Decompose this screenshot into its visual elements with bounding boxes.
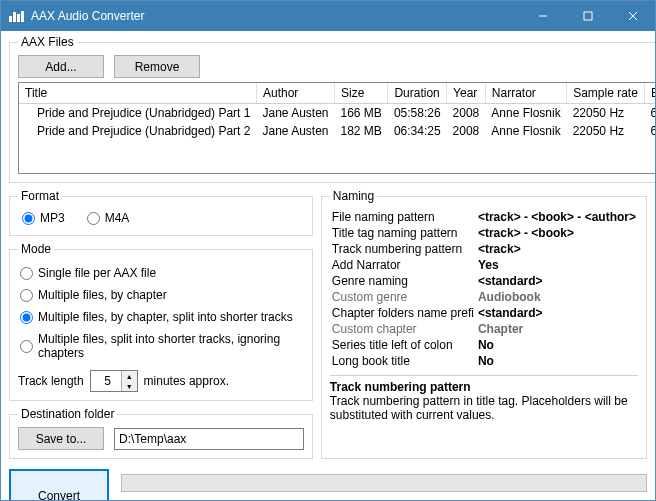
naming-row[interactable]: File naming pattern<track> - <book> - <a… — [330, 209, 638, 225]
th-year[interactable]: Year — [447, 83, 486, 104]
hint-title: Track numbering pattern — [330, 380, 638, 394]
format-mp3[interactable]: MP3 — [22, 211, 65, 225]
naming-table[interactable]: File naming pattern<track> - <book> - <a… — [330, 209, 638, 369]
mode-opt3[interactable]: Multiple files, by chapter, split into s… — [20, 310, 302, 324]
th-title[interactable]: Title — [19, 83, 256, 104]
aax-legend: AAX Files — [18, 35, 77, 49]
naming-row[interactable]: Custom chapterChapter — [330, 321, 638, 337]
remove-button[interactable]: Remove — [114, 55, 200, 78]
naming-group: Naming File naming pattern<track> - <boo… — [321, 189, 647, 459]
th-bitrate[interactable]: Bit rate — [644, 83, 656, 104]
naming-row[interactable]: Title tag naming pattern<track> - <book> — [330, 225, 638, 241]
naming-row[interactable]: Genre naming<standard> — [330, 273, 638, 289]
naming-hint: Track numbering pattern Track numbering … — [330, 375, 638, 422]
spin-up-icon[interactable]: ▲ — [122, 371, 137, 381]
save-to-button[interactable]: Save to... — [18, 427, 104, 450]
mode-opt4[interactable]: Multiple files, split into shorter track… — [20, 332, 302, 360]
aax-group: AAX Files Add... Remove Title Author Siz… — [9, 35, 656, 183]
th-author[interactable]: Author — [256, 83, 334, 104]
format-m4a-label: M4A — [105, 211, 130, 225]
spin-down-icon[interactable]: ▼ — [122, 381, 137, 391]
close-button[interactable] — [610, 1, 655, 31]
format-legend: Format — [18, 189, 62, 203]
maximize-button[interactable] — [565, 1, 610, 31]
naming-row[interactable]: Chapter folders name prefi<standard> — [330, 305, 638, 321]
naming-row[interactable]: Custom genreAudiobook — [330, 289, 638, 305]
mode-group: Mode Single file per AAX file Multiple f… — [9, 242, 313, 401]
svg-rect-1 — [584, 12, 592, 20]
th-narrator[interactable]: Narrator — [485, 83, 566, 104]
th-size[interactable]: Size — [335, 83, 388, 104]
file-table[interactable]: Title Author Size Duration Year Narrator… — [18, 82, 656, 174]
naming-row[interactable]: Long book titleNo — [330, 353, 638, 369]
naming-legend: Naming — [330, 189, 377, 203]
naming-row[interactable]: Add NarratorYes — [330, 257, 638, 273]
add-button[interactable]: Add... — [18, 55, 104, 78]
window-title: AAX Audio Converter — [31, 9, 520, 23]
dest-legend: Destination folder — [18, 407, 117, 421]
tracklen-spinner[interactable]: ▲▼ — [90, 370, 138, 392]
format-group: Format MP3 M4A — [9, 189, 313, 236]
tracklen-suffix: minutes approx. — [144, 374, 229, 388]
table-row[interactable]: Pride and Prejudice (Unabridged) Part 1J… — [19, 104, 656, 123]
format-mp3-label: MP3 — [40, 211, 65, 225]
table-row[interactable]: Pride and Prejudice (Unabridged) Part 2J… — [19, 122, 656, 140]
progress-bar-1 — [121, 474, 647, 492]
hint-body: Track numbering pattern in title tag. Pl… — [330, 394, 638, 422]
dest-path-input[interactable] — [114, 428, 304, 450]
dest-group: Destination folder Save to... — [9, 407, 313, 459]
app-icon — [9, 10, 25, 22]
convert-button[interactable]: Convert — [9, 469, 109, 501]
mode-legend: Mode — [18, 242, 54, 256]
th-duration[interactable]: Duration — [388, 83, 447, 104]
tracklen-label: Track length — [18, 374, 84, 388]
mode-opt2[interactable]: Multiple files, by chapter — [20, 288, 302, 302]
minimize-button[interactable] — [520, 1, 565, 31]
mode-opt1[interactable]: Single file per AAX file — [20, 266, 302, 280]
naming-row[interactable]: Series title left of colonNo — [330, 337, 638, 353]
th-sample[interactable]: Sample rate — [567, 83, 645, 104]
format-m4a[interactable]: M4A — [87, 211, 130, 225]
titlebar: AAX Audio Converter — [1, 1, 655, 31]
naming-row[interactable]: Track numbering pattern<track> — [330, 241, 638, 257]
tracklen-input[interactable] — [91, 371, 121, 391]
